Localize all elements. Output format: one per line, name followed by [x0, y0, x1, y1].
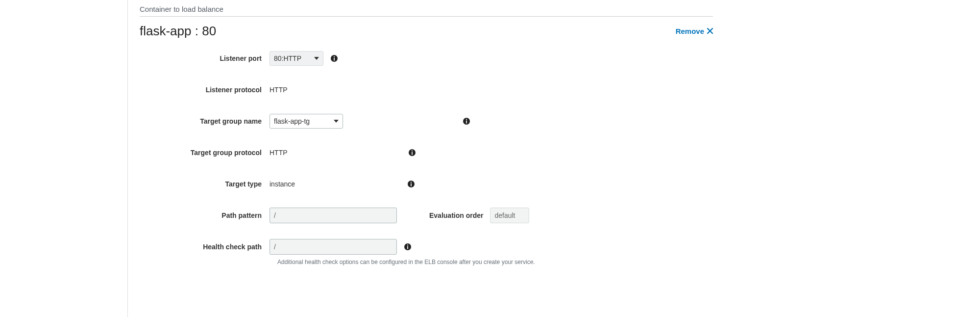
listener-protocol-value: HTTP: [270, 86, 288, 94]
chevron-down-icon: [314, 57, 319, 60]
listener-protocol-label: Listener protocol: [140, 86, 270, 94]
svg-point-2: [334, 56, 335, 57]
left-divider: [127, 0, 128, 317]
evaluation-order-input[interactable]: [490, 208, 529, 223]
remove-button[interactable]: Remove: [676, 27, 713, 35]
target-group-protocol-label: Target group protocol: [140, 149, 270, 157]
info-icon[interactable]: [330, 54, 338, 62]
target-group-protocol-value: HTTP: [270, 149, 288, 157]
svg-rect-1: [334, 57, 335, 60]
target-group-name-value: flask-app-tg: [274, 117, 310, 126]
info-icon[interactable]: [408, 149, 416, 157]
health-check-path-input[interactable]: [270, 239, 397, 255]
svg-point-8: [411, 150, 412, 151]
remove-label: Remove: [676, 27, 704, 35]
target-group-name-select[interactable]: flask-app-tg: [270, 114, 343, 129]
path-pattern-input[interactable]: [270, 208, 397, 223]
info-icon[interactable]: [404, 243, 412, 251]
path-pattern-label: Path pattern: [140, 211, 270, 219]
health-check-path-label: Health check path: [140, 243, 270, 251]
svg-rect-4: [466, 120, 467, 123]
listener-port-select[interactable]: 80:HTTP: [270, 51, 323, 66]
container-heading: flask-app : 80: [140, 24, 216, 39]
close-icon: [707, 27, 713, 35]
chevron-down-icon: [334, 120, 339, 123]
svg-point-5: [466, 119, 467, 120]
target-type-label: Target type: [140, 180, 270, 188]
section-title: Container to load balance: [140, 5, 713, 13]
svg-rect-7: [412, 152, 413, 155]
target-type-value: instance: [270, 180, 295, 188]
section-divider: [140, 16, 713, 17]
svg-point-14: [407, 244, 408, 245]
info-icon[interactable]: [407, 180, 415, 188]
svg-point-11: [411, 182, 412, 183]
info-icon[interactable]: [463, 117, 470, 125]
svg-rect-10: [411, 184, 412, 186]
listener-port-value: 80:HTTP: [274, 54, 301, 63]
evaluation-order-label: Evaluation order: [429, 211, 483, 219]
target-group-name-label: Target group name: [140, 117, 270, 125]
svg-rect-13: [407, 246, 408, 249]
listener-port-label: Listener port: [140, 54, 270, 62]
health-check-help-text: Additional health check options can be c…: [277, 259, 713, 265]
